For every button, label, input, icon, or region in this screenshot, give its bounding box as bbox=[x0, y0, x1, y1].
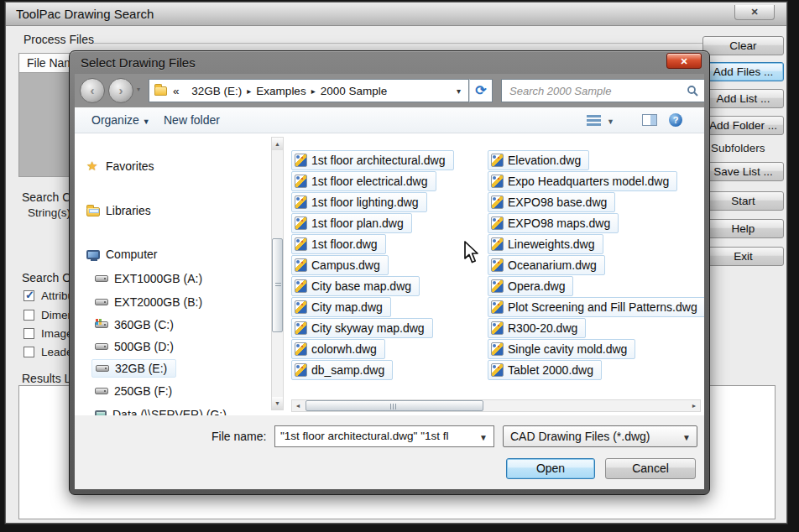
scroll-right-icon[interactable]: ► bbox=[688, 400, 700, 411]
file-list-hscrollbar[interactable]: ◄ ► bbox=[291, 399, 701, 412]
dialog-bottom-bar: File name: "1st floor architectural.dwg"… bbox=[75, 415, 704, 489]
file-label: Campus.dwg bbox=[311, 258, 380, 272]
dwg-file-icon bbox=[295, 216, 307, 230]
select-drawing-files-dialog: Select Drawing Files ✕ ‹ › ▾ « 32GB (E:)… bbox=[69, 50, 710, 495]
scroll-left-icon[interactable]: ◄ bbox=[292, 400, 304, 411]
file-item[interactable]: Campus.dwg bbox=[291, 255, 389, 275]
file-item[interactable]: Opera.dwg bbox=[488, 276, 573, 296]
refresh-icon[interactable]: ⟳ bbox=[469, 79, 493, 102]
start-button[interactable]: Start bbox=[702, 191, 784, 211]
checkbox-icon[interactable] bbox=[24, 328, 34, 339]
address-bar[interactable]: « 32GB (E:) ▸ Examples ▸ 2000 Sample ▾ bbox=[149, 79, 469, 102]
file-label: 1st floor.dwg bbox=[311, 237, 378, 251]
file-label: 1st floor plan.dwg bbox=[311, 216, 404, 230]
file-item[interactable]: EXPO98 maps.dwg bbox=[488, 213, 619, 233]
sidebar-item-drive-f[interactable]: 250GB (F:) bbox=[95, 382, 172, 400]
file-item[interactable]: Lineweights.dwg bbox=[488, 234, 603, 254]
file-item[interactable]: 1st floor architectural.dwg bbox=[291, 150, 454, 170]
sidebar-scrollbar[interactable]: ▲ ▼ bbox=[271, 137, 284, 410]
exit-button[interactable]: Exit bbox=[702, 247, 784, 266]
nav-history-caret-icon[interactable]: ▾ bbox=[137, 86, 140, 93]
file-item[interactable]: Oceanarium.dwg bbox=[488, 255, 605, 275]
chevron-down-icon[interactable]: ▼ bbox=[682, 433, 691, 442]
dwg-file-icon bbox=[491, 342, 504, 356]
clear-button[interactable]: Clear bbox=[702, 36, 784, 55]
sidebar-item-drive-a[interactable]: EXT1000GB (A:) bbox=[95, 269, 202, 288]
file-label: Oceanarium.dwg bbox=[508, 258, 597, 272]
dialog-body: ‹ › ▾ « 32GB (E:) ▸ Examples ▸ 2000 Samp… bbox=[75, 74, 704, 489]
sidebar-label: Libraries bbox=[106, 204, 151, 217]
dwg-file-icon bbox=[295, 363, 307, 377]
file-item[interactable]: City map.dwg bbox=[291, 297, 391, 317]
sidebar-item-drive-d[interactable]: 500GB (D:) bbox=[95, 337, 174, 356]
dialog-title: Select Drawing Files bbox=[81, 55, 196, 70]
file-item[interactable]: Elevation.dwg bbox=[488, 150, 589, 170]
file-item[interactable]: 1st floor.dwg bbox=[291, 234, 386, 254]
file-item[interactable]: 1st floor electrical.dwg bbox=[291, 171, 436, 191]
add-files-button[interactable]: Add Files ... bbox=[702, 62, 784, 81]
dwg-file-icon bbox=[491, 363, 504, 377]
scroll-down-icon[interactable]: ▼ bbox=[272, 397, 283, 409]
scrollbar-thumb[interactable] bbox=[306, 400, 483, 411]
close-icon[interactable]: ✕ bbox=[734, 5, 775, 20]
sidebar-item-drive-c[interactable]: 360GB (C:) bbox=[95, 316, 174, 334]
sidebar-item-drive-e[interactable]: 32GB (E:) bbox=[91, 359, 176, 378]
dwg-file-icon bbox=[295, 258, 307, 272]
checkbox-icon[interactable] bbox=[24, 310, 34, 321]
file-item[interactable]: Tablet 2000.dwg bbox=[488, 360, 602, 380]
forward-button[interactable]: › bbox=[108, 78, 133, 103]
back-button[interactable]: ‹ bbox=[80, 78, 105, 103]
file-item[interactable]: Expo Headquarters model.dwg bbox=[488, 171, 677, 191]
breadcrumb-item-2000-sample[interactable]: 2000 Sample bbox=[321, 85, 388, 97]
file-item[interactable]: 1st floor lighting.dwg bbox=[291, 192, 427, 212]
add-folder-button[interactable]: Add Folder ... bbox=[702, 116, 784, 135]
file-item[interactable]: R300-20.dwg bbox=[488, 318, 586, 338]
search-icon[interactable] bbox=[687, 85, 698, 96]
dialog-close-icon[interactable]: ✕ bbox=[666, 53, 702, 69]
subfolders-checkbox-label[interactable]: Subfolders bbox=[711, 142, 765, 154]
file-item[interactable]: db_samp.dwg bbox=[291, 360, 393, 380]
help-icon[interactable]: ? bbox=[669, 113, 682, 127]
file-type-select[interactable]: CAD Drawing Files (*.dwg) ▼ bbox=[503, 425, 697, 447]
scroll-up-icon[interactable]: ▲ bbox=[272, 138, 283, 150]
views-caret-icon[interactable]: ▼ bbox=[607, 117, 614, 126]
save-list-button[interactable]: Save List ... bbox=[702, 162, 784, 181]
file-item[interactable]: EXPO98 base.dwg bbox=[488, 192, 615, 212]
search-input[interactable]: Search 2000 Sample bbox=[501, 79, 704, 102]
file-label: EXPO98 base.dwg bbox=[508, 196, 607, 209]
file-name-input[interactable]: "1st floor architectural.dwg" "1st fl ▼ bbox=[274, 425, 494, 447]
scrollbar-thumb[interactable] bbox=[272, 238, 283, 332]
file-name-value: "1st floor architectural.dwg" "1st fl bbox=[280, 430, 473, 442]
address-dropdown-icon[interactable]: ▾ bbox=[457, 86, 468, 96]
file-item[interactable]: Plot Screening and Fill Patterns.dwg bbox=[488, 297, 704, 317]
help-button[interactable]: Help bbox=[702, 219, 784, 238]
checkbox-icon[interactable] bbox=[24, 290, 34, 301]
sidebar-item-libraries[interactable]: Libraries bbox=[86, 201, 151, 220]
views-icon[interactable] bbox=[587, 115, 601, 126]
titlebar[interactable]: ToolPac Drawing Search ✕ bbox=[6, 3, 786, 26]
open-button[interactable]: Open bbox=[506, 458, 595, 479]
file-item[interactable]: 1st floor plan.dwg bbox=[291, 213, 412, 233]
breadcrumb-collapsed[interactable]: « bbox=[173, 85, 180, 97]
file-item[interactable]: colorwh.dwg bbox=[291, 339, 385, 359]
breadcrumb-item-examples[interactable]: Examples bbox=[256, 85, 306, 97]
sidebar-item-computer[interactable]: Computer bbox=[86, 245, 157, 263]
checkbox-icon[interactable] bbox=[24, 347, 34, 357]
file-label: Tablet 2000.dwg bbox=[508, 363, 593, 377]
file-item[interactable]: Single cavity mold.dwg bbox=[488, 339, 635, 359]
file-item[interactable]: City skyway map.dwg bbox=[291, 318, 433, 338]
dwg-file-icon bbox=[491, 279, 504, 293]
chevron-down-icon[interactable]: ▼ bbox=[479, 433, 488, 442]
sidebar-item-drive-b[interactable]: EXT2000GB (B:) bbox=[95, 293, 202, 311]
breadcrumb-item-drive[interactable]: 32GB (E:) bbox=[191, 85, 242, 97]
new-folder-button[interactable]: New folder bbox=[164, 113, 220, 127]
organize-menu[interactable]: Organize ▼ bbox=[91, 113, 150, 127]
dwg-file-icon bbox=[295, 342, 307, 356]
file-item[interactable]: City base map.dwg bbox=[291, 276, 420, 296]
sidebar-label: EXT1000GB (A:) bbox=[114, 272, 202, 285]
sidebar-item-favorites[interactable]: ★ Favorites bbox=[86, 157, 154, 175]
cancel-button[interactable]: Cancel bbox=[605, 458, 696, 479]
add-list-button[interactable]: Add List ... bbox=[702, 89, 784, 108]
preview-pane-icon[interactable] bbox=[642, 114, 657, 126]
breadcrumb-separator-icon: ▸ bbox=[311, 86, 316, 96]
